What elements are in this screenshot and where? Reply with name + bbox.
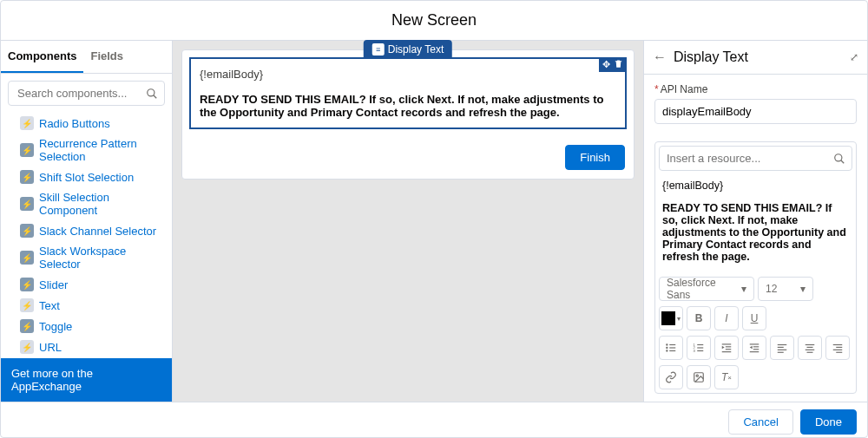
number-list-button[interactable]: 123 <box>687 336 711 360</box>
svg-rect-26 <box>778 344 787 345</box>
expand-icon[interactable]: ⤢ <box>850 51 858 63</box>
display-text-element[interactable]: ✥ {!emailBody} READY TO SEND THIS EMAIL?… <box>189 57 627 129</box>
properties-header: ← Display Text ⤢ <box>644 41 867 75</box>
component-item[interactable]: ⚡URL <box>4 337 168 357</box>
rte-content[interactable]: {!emailBody} READY TO SEND THIS EMAIL? I… <box>659 180 852 271</box>
cancel-button[interactable]: Cancel <box>728 409 792 435</box>
indent-button[interactable] <box>714 336 739 360</box>
finish-button[interactable]: Finish <box>565 145 625 170</box>
svg-rect-15 <box>697 350 703 351</box>
svg-marker-18 <box>722 346 725 350</box>
component-icon: ⚡ <box>20 278 34 291</box>
component-icon: ⚡ <box>20 251 34 265</box>
component-label: Skill Selection Component <box>39 191 163 217</box>
panel-tabs: Components Fields <box>1 41 172 74</box>
bold-button[interactable]: B <box>687 306 711 330</box>
font-select[interactable]: Salesforce Sans▾ <box>659 277 754 301</box>
search-components <box>8 81 165 106</box>
component-item[interactable]: ⚡Skill Selection Component <box>4 187 168 220</box>
svg-rect-31 <box>807 347 813 348</box>
resource-input[interactable] <box>659 146 852 171</box>
rte-toolbar: Salesforce Sans▾ 12▾ ▾ B I U <box>659 271 852 389</box>
component-item[interactable]: ⚡Text <box>4 295 168 316</box>
done-button[interactable]: Done <box>800 409 857 435</box>
component-label: Shift Slot Selection <box>39 171 134 184</box>
svg-rect-24 <box>753 349 759 350</box>
align-left-button[interactable] <box>770 336 794 360</box>
link-button[interactable] <box>659 365 683 389</box>
tab-fields[interactable]: Fields <box>83 41 130 73</box>
component-icon: ⚡ <box>20 197 34 211</box>
underline-button[interactable]: U <box>742 306 766 330</box>
component-label: Toggle <box>39 320 72 333</box>
component-label: Slack Channel Selector <box>39 225 156 238</box>
svg-line-1 <box>154 95 157 98</box>
svg-point-4 <box>666 343 667 345</box>
bullet-list-button[interactable] <box>659 336 683 360</box>
svg-rect-20 <box>722 351 732 352</box>
element-actions: ✥ <box>599 57 627 72</box>
svg-rect-25 <box>750 351 760 352</box>
clear-format-button[interactable]: T× <box>714 365 739 389</box>
api-name-label: API Name <box>654 83 857 95</box>
svg-rect-35 <box>836 347 842 348</box>
svg-rect-9 <box>669 350 675 351</box>
svg-rect-29 <box>778 352 784 353</box>
component-label: Slack Workspace Selector <box>39 245 163 271</box>
rich-text-editor: {!emailBody} READY TO SEND THIS EMAIL? I… <box>654 141 857 394</box>
svg-text:3: 3 <box>694 349 696 353</box>
modal-title: New Screen <box>1 1 867 41</box>
move-icon[interactable]: ✥ <box>602 59 610 70</box>
appexchange-button[interactable]: Get more on the AppExchange <box>1 358 172 402</box>
back-icon[interactable]: ← <box>653 49 667 65</box>
finish-row: Finish <box>182 136 634 179</box>
svg-rect-11 <box>697 344 703 345</box>
text-color-button[interactable]: ▾ <box>659 306 683 330</box>
component-item[interactable]: ⚡Slider <box>4 274 168 295</box>
svg-rect-19 <box>726 349 731 350</box>
font-size-select[interactable]: 12▾ <box>758 277 813 301</box>
svg-rect-17 <box>726 346 731 347</box>
component-label: URL <box>39 341 62 354</box>
component-item[interactable]: ⚡Radio Buttons <box>4 113 168 134</box>
svg-point-2 <box>835 154 842 160</box>
svg-rect-22 <box>753 346 759 347</box>
component-icon: ⚡ <box>20 298 34 312</box>
svg-rect-33 <box>807 352 813 353</box>
component-label: Radio Buttons <box>39 117 110 130</box>
chevron-down-icon: ▾ <box>741 283 746 295</box>
component-label: Text <box>39 299 60 312</box>
svg-rect-21 <box>750 343 760 344</box>
svg-rect-7 <box>669 347 675 348</box>
component-badge: ≡ Display Text <box>364 40 452 59</box>
component-item[interactable]: ⚡Recurrence Pattern Selection <box>4 134 168 167</box>
delete-icon[interactable] <box>614 59 623 70</box>
display-text-body: READY TO SEND THIS EMAIL? If so, click N… <box>200 93 616 119</box>
image-button[interactable] <box>687 365 711 389</box>
svg-line-3 <box>841 160 845 163</box>
align-right-button[interactable] <box>825 336 850 360</box>
component-list: ⚡Radio Buttons⚡Recurrence Pattern Select… <box>1 113 172 358</box>
search-input[interactable] <box>8 81 165 106</box>
svg-marker-23 <box>750 346 753 350</box>
display-text-icon: ≡ <box>372 43 385 56</box>
svg-rect-34 <box>833 344 843 345</box>
svg-rect-16 <box>722 343 732 344</box>
modal-footer: Cancel Done <box>1 402 867 438</box>
align-center-button[interactable] <box>798 336 822 360</box>
component-badge-label: Display Text <box>388 43 444 56</box>
component-item[interactable]: ⚡Shift Slot Selection <box>4 167 168 187</box>
component-item[interactable]: ⚡Slack Channel Selector <box>4 220 168 241</box>
rte-variable: {!emailBody} <box>662 180 849 192</box>
properties-panel: ← Display Text ⤢ API Name {!emailBody} R… <box>643 41 867 402</box>
component-item[interactable]: ⚡Slack Workspace Selector <box>4 241 168 274</box>
tab-components[interactable]: Components <box>1 41 83 73</box>
component-item[interactable]: ⚡Toggle <box>4 316 168 337</box>
italic-button[interactable]: I <box>714 306 739 330</box>
api-name-input[interactable] <box>654 99 857 124</box>
svg-rect-32 <box>806 350 815 350</box>
rte-body-text: READY TO SEND THIS EMAIL? If so, click N… <box>662 202 849 263</box>
component-label: Slider <box>39 278 68 291</box>
screen-canvas: ≡ Display Text ✥ {!emailBody} READY TO S… <box>173 41 643 402</box>
outdent-button[interactable] <box>742 336 766 360</box>
